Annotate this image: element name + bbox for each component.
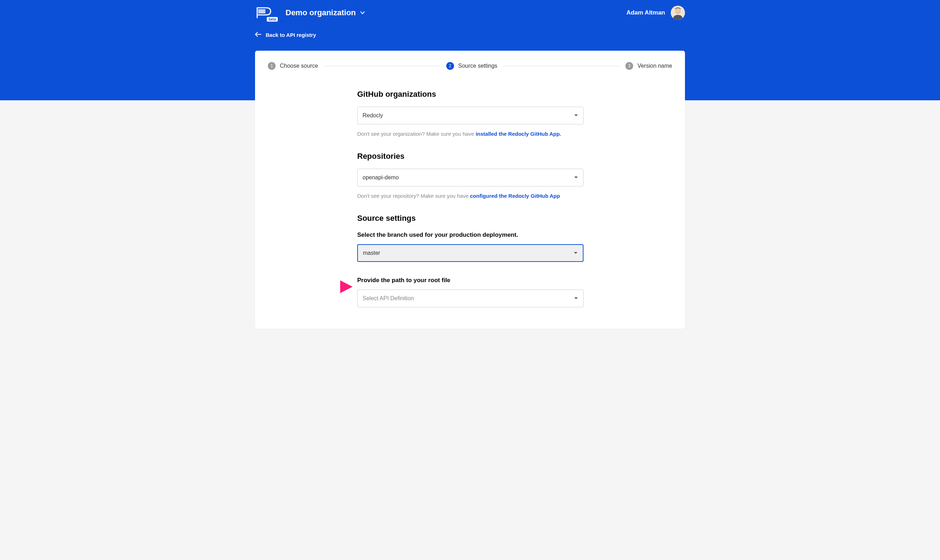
step-label: Version name xyxy=(637,63,672,69)
step-choose-source[interactable]: 1 Choose source xyxy=(268,62,318,70)
org-dropdown[interactable]: Demo organization xyxy=(286,8,365,17)
step-label: Source settings xyxy=(458,63,497,69)
branch-label: Select the branch used for your producti… xyxy=(357,231,583,238)
stepper: 1 Choose source 2 Source settings 3 Vers… xyxy=(268,62,672,70)
step-divider xyxy=(503,66,620,66)
github-orgs-select[interactable]: Redocly xyxy=(357,107,583,125)
repositories-heading: Repositories xyxy=(357,152,583,161)
repositories-select[interactable]: openapi-demo xyxy=(357,169,583,186)
caret-down-icon xyxy=(574,176,578,179)
step-source-settings[interactable]: 2 Source settings xyxy=(446,62,497,70)
repositories-value: openapi-demo xyxy=(363,174,399,181)
github-orgs-heading: GitHub organizations xyxy=(357,90,583,99)
github-orgs-value: Redocly xyxy=(363,112,383,119)
branch-value: master xyxy=(363,250,380,256)
root-file-label: Provide the path to your root file xyxy=(357,277,583,284)
github-orgs-helper: Don't see your organization? Make sure y… xyxy=(357,131,583,137)
org-name: Demo organization xyxy=(286,8,356,17)
helper-text: Don't see your repository? Make sure you… xyxy=(357,193,470,199)
caret-down-icon xyxy=(574,297,578,300)
step-number: 2 xyxy=(446,62,454,70)
caret-down-icon xyxy=(574,114,578,117)
configured-app-link[interactable]: configured the Redocly GitHub App xyxy=(470,193,560,199)
user-name: Adam Altman xyxy=(627,9,665,16)
installed-app-link[interactable]: installed the Redocly GitHub App. xyxy=(476,131,561,137)
arrow-left-icon xyxy=(255,32,261,38)
step-version-name[interactable]: 3 Version name xyxy=(625,62,672,70)
logo[interactable]: beta xyxy=(255,6,273,19)
caret-down-icon xyxy=(574,252,578,254)
branch-select[interactable]: master xyxy=(357,244,583,262)
chevron-down-icon xyxy=(360,10,365,15)
arrow-annotation-icon xyxy=(290,276,354,299)
helper-text: Don't see your organization? Make sure y… xyxy=(357,131,476,137)
back-link-label: Back to API registry xyxy=(265,32,316,38)
step-label: Choose source xyxy=(280,63,318,69)
source-settings-heading: Source settings xyxy=(357,214,583,223)
step-number: 1 xyxy=(268,62,276,70)
root-file-placeholder: Select API Definition xyxy=(363,295,414,302)
logo-badge: beta xyxy=(267,17,278,22)
repositories-helper: Don't see your repository? Make sure you… xyxy=(357,193,583,199)
step-number: 3 xyxy=(625,62,633,70)
avatar[interactable] xyxy=(671,6,685,20)
root-file-select[interactable]: Select API Definition xyxy=(357,289,583,307)
avatar-icon xyxy=(671,6,685,20)
wizard-card: 1 Choose source 2 Source settings 3 Vers… xyxy=(255,51,685,329)
topbar: beta Demo organization Adam Altman xyxy=(255,6,685,27)
back-link[interactable]: Back to API registry xyxy=(255,32,685,38)
step-divider xyxy=(324,66,441,66)
